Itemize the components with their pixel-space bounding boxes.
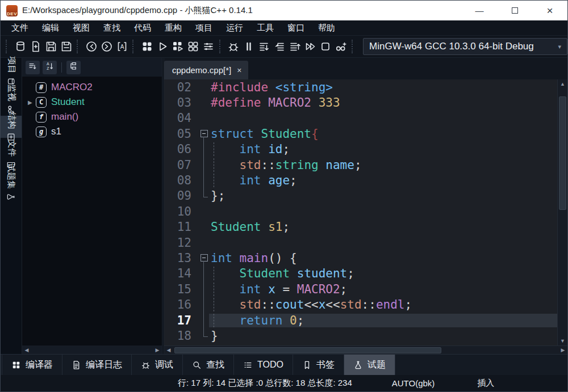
sidebar-tab-structure[interactable]: 结构: [1, 116, 22, 138]
code-editor[interactable]: 02#include <string>03#define MACRO2 3330…: [164, 79, 557, 345]
editor-hscrollbar[interactable]: ◀ ▶: [164, 345, 567, 354]
encoding-status[interactable]: AUTO(gbk): [392, 378, 435, 388]
tree-item-student[interactable]: ▶CStudent: [28, 95, 162, 109]
window-title: E:/Workspaces/playground/cppdemo.cpp - 小…: [22, 5, 253, 16]
stop-button[interactable]: [318, 38, 333, 55]
code-line-04[interactable]: 04: [164, 111, 557, 126]
editor-tab-cppdemo[interactable]: cppdemo.cpp[*] ×: [164, 61, 248, 79]
code-line-10[interactable]: 10: [164, 204, 557, 219]
fold-gutter: [199, 172, 209, 188]
run-button[interactable]: [155, 38, 170, 55]
step-over-button[interactable]: [257, 38, 272, 55]
open-project-button[interactable]: [12, 38, 28, 55]
structure-hscrollbar[interactable]: ◀ ▶: [22, 345, 162, 354]
bottom-tab-compiler[interactable]: 编译器: [2, 355, 62, 375]
line-number: 13: [164, 251, 199, 265]
code-line-06[interactable]: 06 int id;: [164, 142, 557, 157]
menu-item-2[interactable]: 视图: [66, 21, 96, 35]
step-into-button[interactable]: [272, 38, 287, 55]
fold-gutter-collapse-icon[interactable]: [199, 250, 209, 265]
scroll-down-icon[interactable]: ▼: [558, 336, 567, 345]
code-line-14[interactable]: 14 Student student;: [164, 266, 557, 281]
bottom-tab-bookmark[interactable]: 书签: [293, 355, 344, 375]
compiler-options-button[interactable]: [201, 38, 216, 55]
tree-item-s1[interactable]: gs1: [28, 124, 162, 139]
code-line-15[interactable]: 15 int x = MACRO2;: [164, 281, 557, 297]
compile-button[interactable]: [140, 38, 155, 55]
sidebar-tab-project[interactable]: 项目: [1, 60, 22, 82]
nav-back-button[interactable]: [84, 38, 99, 55]
editor-vscrollbar[interactable]: ▲ ▼: [557, 79, 567, 345]
fold-gutter: [199, 297, 209, 312]
sort-by-position-button[interactable]: [26, 61, 40, 74]
scroll-right-icon[interactable]: ▶: [558, 347, 567, 353]
nav-forward-button[interactable]: [99, 38, 115, 55]
code-line-11[interactable]: 11Student s1;: [164, 220, 557, 235]
tab-close-icon[interactable]: ×: [237, 66, 241, 75]
menu-item-4[interactable]: 代码: [128, 21, 157, 35]
menu-item-0[interactable]: 文件: [5, 21, 35, 35]
expand-arrow-icon[interactable]: ▶: [28, 99, 35, 106]
minimize-button[interactable]: —: [462, 1, 497, 20]
bottom-tab-search[interactable]: 查找: [183, 355, 234, 375]
sidebar-tab-watch[interactable]: 监视: [1, 88, 22, 110]
sidebar-tab-problem-set[interactable]: 试题集: [1, 171, 22, 193]
code-line-07[interactable]: 07 std::string name;: [164, 157, 557, 172]
tree-item-macro2[interactable]: #MACRO2: [28, 80, 162, 95]
run-icon: [156, 40, 169, 53]
menu-item-10[interactable]: 帮助: [312, 21, 341, 35]
code-line-03[interactable]: 03#define MACRO2 333: [164, 95, 557, 110]
code-text: return 0;: [209, 314, 557, 327]
bottom-tab-exam[interactable]: 试题: [344, 355, 395, 375]
new-file-button[interactable]: [28, 38, 43, 55]
continue-button[interactable]: [303, 38, 318, 55]
save-button[interactable]: [43, 38, 59, 55]
line-number: 05: [164, 127, 199, 141]
scroll-right-icon[interactable]: ▶: [153, 347, 162, 353]
menu-item-8[interactable]: 工具: [250, 21, 280, 35]
code-line-05[interactable]: 05struct Student{: [164, 126, 557, 141]
sort-alpha-button[interactable]: AZ: [43, 61, 57, 74]
code-line-16[interactable]: 16 std::cout<<x<<std::endl;: [164, 297, 557, 312]
compile-run-icon: [172, 40, 184, 53]
show-inherited-button[interactable]: [66, 61, 81, 74]
scroll-left-icon[interactable]: ◀: [164, 347, 173, 353]
debug-button[interactable]: [226, 38, 241, 55]
fold-gutter-collapse-icon[interactable]: [199, 126, 209, 141]
menu-item-6[interactable]: 项目: [189, 21, 219, 35]
reformat-button[interactable]: A: [115, 38, 130, 55]
maximize-icon: [512, 7, 518, 14]
menu-item-1[interactable]: 编辑: [36, 21, 65, 35]
code-line-08[interactable]: 08 int age;: [164, 172, 557, 188]
menu-item-7[interactable]: 运行: [220, 21, 249, 35]
scroll-thumb[interactable]: [174, 347, 441, 353]
menu-item-9[interactable]: 窗口: [281, 21, 311, 35]
code-line-02[interactable]: 02#include <string>: [164, 79, 557, 95]
close-button[interactable]: ×: [532, 1, 567, 20]
bottom-tab-todo[interactable]: TODO: [234, 355, 293, 375]
scroll-up-icon[interactable]: ▲: [558, 79, 567, 88]
scroll-left-icon[interactable]: ◀: [22, 347, 31, 353]
compile-run-button[interactable]: [170, 38, 186, 55]
sidebar-tab-files[interactable]: 文件: [1, 144, 22, 166]
compiler-set-select[interactable]: MinGW-w64 GCC 10.3.0 64-bit Debug▾: [363, 38, 567, 55]
tree-item-label: main(): [51, 111, 78, 123]
step-out-button[interactable]: [287, 38, 303, 55]
maximize-button[interactable]: [497, 1, 532, 20]
rebuild-button[interactable]: [186, 38, 201, 55]
menu-item-5[interactable]: 重构: [158, 21, 188, 35]
code-line-13[interactable]: 13int main() {: [164, 250, 557, 265]
menu-item-3[interactable]: 查找: [97, 21, 127, 35]
tree-item-main[interactable]: fmain(): [28, 109, 162, 124]
code-line-17[interactable]: 17 return 0;: [164, 313, 557, 328]
scroll-thumb[interactable]: [559, 96, 566, 210]
save-all-button[interactable]: [59, 38, 74, 55]
code-line-09[interactable]: 09};: [164, 188, 557, 204]
pause-button[interactable]: [241, 38, 257, 55]
line-number: 03: [164, 96, 199, 109]
code-line-12[interactable]: 12: [164, 235, 557, 250]
code-line-18[interactable]: 18}: [164, 328, 557, 343]
bottom-tab-debug[interactable]: 调试: [132, 355, 183, 375]
bottom-tab-compile-log[interactable]: 编译日志: [62, 355, 132, 375]
add-watch-button[interactable]: [333, 38, 349, 55]
